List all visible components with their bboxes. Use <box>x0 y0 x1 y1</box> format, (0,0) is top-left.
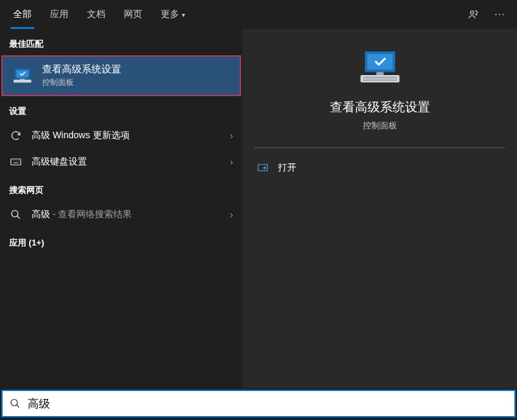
tab-bar: 全部 应用 文档 网页 更多▾ ··· <box>0 0 517 29</box>
tab-more[interactable]: 更多▾ <box>151 0 194 29</box>
preview-icon <box>254 47 505 87</box>
svg-rect-5 <box>11 159 21 165</box>
open-icon <box>257 163 269 172</box>
section-web: 搜索网页 <box>0 175 242 201</box>
svg-point-0 <box>470 11 474 14</box>
tab-docs-label: 文档 <box>87 9 105 20</box>
svg-rect-2 <box>16 70 28 78</box>
best-match-subtitle: 控制面板 <box>42 77 121 88</box>
search-input[interactable] <box>28 397 508 410</box>
svg-rect-3 <box>14 80 32 83</box>
search-box[interactable] <box>1 390 516 417</box>
chevron-right-icon: › <box>230 130 233 141</box>
chevron-down-icon: ▾ <box>182 11 185 18</box>
divider <box>254 147 505 148</box>
tab-web[interactable]: 网页 <box>115 0 151 29</box>
svg-rect-14 <box>367 54 393 70</box>
main-content: 最佳匹配 查看高级系统设置 控制面板 设置 <box>0 29 517 388</box>
tab-web-label: 网页 <box>124 9 142 20</box>
settings-item-label: 高级键盘设置 <box>32 156 221 168</box>
settings-item-windows-update[interactable]: 高级 Windows 更新选项 › <box>0 122 242 149</box>
open-label: 打开 <box>278 162 296 174</box>
search-icon <box>9 209 22 221</box>
web-search-label: 高级 - 查看网络搜索结果 <box>32 209 221 221</box>
svg-point-20 <box>11 400 18 406</box>
section-apps: 应用 (1+) <box>0 228 242 254</box>
best-match-item[interactable]: 查看高级系统设置 控制面板 <box>1 55 241 96</box>
svg-line-12 <box>17 216 20 219</box>
svg-rect-4 <box>20 79 25 80</box>
open-action[interactable]: 打开 <box>254 156 505 180</box>
svg-point-11 <box>12 211 18 217</box>
tab-more-label: 更多 <box>161 9 179 20</box>
svg-rect-17 <box>363 77 397 78</box>
section-best-match: 最佳匹配 <box>0 29 242 55</box>
preview-panel: 查看高级系统设置 控制面板 打开 <box>242 29 517 388</box>
settings-item-label: 高级 Windows 更新选项 <box>32 130 221 142</box>
svg-rect-15 <box>376 72 383 75</box>
preview-subtitle: 控制面板 <box>254 120 505 132</box>
keyboard-icon <box>9 156 22 168</box>
tab-apps[interactable]: 应用 <box>41 0 78 29</box>
refresh-icon <box>9 130 22 142</box>
web-search-item[interactable]: 高级 - 查看网络搜索结果 › <box>0 201 242 228</box>
search-icon <box>9 398 21 409</box>
preview-title: 查看高级系统设置 <box>254 99 505 116</box>
more-options-icon[interactable]: ··· <box>487 0 513 29</box>
tab-all-label: 全部 <box>13 9 32 20</box>
section-settings: 设置 <box>0 96 242 122</box>
svg-rect-18 <box>363 80 397 81</box>
settings-item-keyboard[interactable]: 高级键盘设置 › <box>0 149 242 175</box>
best-match-title: 查看高级系统设置 <box>42 63 121 76</box>
tab-docs[interactable]: 文档 <box>78 0 115 29</box>
svg-line-21 <box>16 405 19 407</box>
svg-rect-16 <box>360 75 399 82</box>
tab-apps-label: 应用 <box>50 9 68 20</box>
feedback-icon[interactable] <box>460 0 487 29</box>
tab-all[interactable]: 全部 <box>4 0 41 29</box>
chevron-right-icon: › <box>230 209 233 220</box>
results-panel: 最佳匹配 查看高级系统设置 控制面板 设置 <box>0 29 242 388</box>
system-settings-icon <box>12 65 33 86</box>
chevron-right-icon: › <box>230 157 233 167</box>
